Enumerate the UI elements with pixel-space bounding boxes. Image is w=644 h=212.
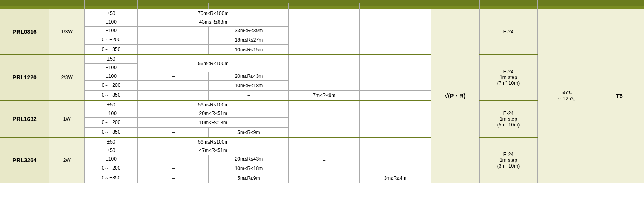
r1-cell: 20m≤R≤43m	[209, 72, 289, 81]
temp-cell: 0～+350	[84, 45, 138, 55]
header-r2	[289, 3, 360, 6]
temp-cell: ±100	[84, 64, 138, 72]
type-cell: PRL0816	[0, 9, 49, 55]
r05-cell: –	[138, 72, 209, 81]
header-blank1	[0, 6, 49, 9]
packaging-cell: T5	[595, 9, 644, 183]
header-resistance-series	[480, 0, 537, 6]
header-operating-temp	[537, 0, 595, 6]
r05-cell: 43m≤R≤68m	[138, 18, 289, 26]
temp-cell: 0～+200	[84, 118, 138, 128]
r05-cell: 47m≤R≤51m	[138, 146, 289, 155]
power-cell: 2W	[49, 137, 84, 183]
header-temp-unit	[84, 6, 138, 9]
r5-cell-last: 3m≤R≤4m	[360, 173, 431, 183]
power-cell: 2/3W	[49, 55, 84, 100]
r05-cell	[138, 91, 209, 101]
r05-cell: –	[138, 45, 209, 55]
r2-cell: –	[289, 100, 360, 137]
header-power	[49, 0, 84, 6]
r1-cell: 18m≤R≤27m	[209, 35, 289, 45]
temp-cell: ±50	[84, 9, 138, 18]
r05-cell: 75m≤R≤100m	[138, 9, 289, 18]
r1-cell: 10m≤R≤18m	[209, 81, 289, 91]
temp-cell: 0～+200	[84, 35, 138, 45]
r05-cell: –	[138, 128, 209, 138]
r05-cell: 10m≤R≤18m	[138, 118, 289, 128]
temp-cell: 0～+350	[84, 173, 138, 183]
operating-temp-cell: -55℃～ 125℃	[537, 9, 595, 183]
main-table: PRL08161/3W±5075m≤R≤100m––√(P・R)E-24-55℃…	[0, 0, 644, 183]
header-blank7	[431, 6, 480, 9]
header-blank5	[289, 6, 360, 9]
r05-cell: –	[138, 163, 209, 173]
header-r5	[360, 3, 431, 6]
r1-cell: 33m≤R≤39m	[209, 26, 289, 35]
type-cell: PRL3264	[0, 137, 49, 183]
resistance-series-cell: E-24	[480, 9, 537, 55]
r2-cell: –	[289, 9, 360, 55]
temp-cell: ±100	[84, 72, 138, 81]
r1-cell: 20m≤R≤43m	[209, 155, 289, 163]
r05-cell: 56m≤R≤100m	[138, 100, 289, 109]
r2-cell: –	[289, 137, 360, 183]
r05-cell: –	[138, 26, 209, 35]
temp-cell: ±50	[84, 55, 138, 64]
header-blank9	[537, 6, 595, 9]
r05-cell: –	[138, 81, 209, 91]
temp-cell: 0～+350	[84, 91, 138, 101]
r1-cell: 10m≤R≤15m	[209, 45, 289, 55]
max-voltage-cell: √(P・R)	[431, 9, 480, 183]
r1-cell: 5m≤R≤9m	[209, 173, 289, 183]
header-blank6	[360, 6, 431, 9]
r5-cell-last: 7m≤R≤9m	[289, 91, 360, 101]
header-packaging	[595, 0, 644, 6]
r5-cell	[360, 55, 431, 91]
header-blank4	[209, 6, 289, 9]
temp-cell: ±100	[84, 109, 138, 118]
temp-cell: ±100	[84, 18, 138, 26]
r5-cell: –	[360, 9, 431, 55]
header-type	[0, 0, 49, 6]
header-blank8	[480, 6, 537, 9]
temp-cell: ±50	[84, 137, 138, 146]
temp-cell: 0～+200	[84, 81, 138, 91]
type-cell: PRL1632	[0, 100, 49, 137]
r05-cell: –	[138, 173, 209, 183]
header-r05	[138, 3, 209, 6]
resistance-series-cell: E-24 1m step (5mˉ 10m)	[480, 100, 537, 137]
r05-cell: –	[138, 35, 209, 45]
r5-cell	[360, 100, 431, 137]
temp-cell: 0～+350	[84, 128, 138, 138]
type-cell: PRL1220	[0, 55, 49, 100]
header-r1	[209, 3, 289, 6]
header-max-voltage	[431, 0, 480, 6]
r05-cell: 56m≤R≤100m	[138, 137, 289, 146]
temp-cell: ±50	[84, 100, 138, 109]
header-blank3	[138, 6, 209, 9]
power-cell: 1W	[49, 100, 84, 137]
r05-cell: 56m≤R≤100m	[138, 55, 289, 72]
temp-cell: ±100	[84, 26, 138, 35]
header-blank10	[595, 6, 644, 9]
r1-cell: –	[209, 91, 289, 101]
r1-cell: 10m≤R≤18m	[209, 163, 289, 173]
resistance-series-cell: E-24 1m step (7mˉ 10m)	[480, 55, 537, 100]
header-resistance-range	[138, 0, 431, 3]
power-cell: 1/3W	[49, 9, 84, 55]
header-temp-coeff	[84, 0, 138, 6]
r05-cell: –	[138, 155, 209, 163]
temp-cell: ±50	[84, 146, 138, 155]
header-blank2	[49, 6, 84, 9]
r1-cell: 5m≤R≤9m	[209, 128, 289, 138]
r05-cell: 20m≤R≤51m	[138, 109, 289, 118]
r2-cell: –	[289, 55, 360, 91]
r5-cell	[360, 137, 431, 173]
resistance-series-cell: E-24 1m step (3mˉ 10m)	[480, 137, 537, 183]
temp-cell: 0～+200	[84, 163, 138, 173]
temp-cell: ±100	[84, 155, 138, 163]
